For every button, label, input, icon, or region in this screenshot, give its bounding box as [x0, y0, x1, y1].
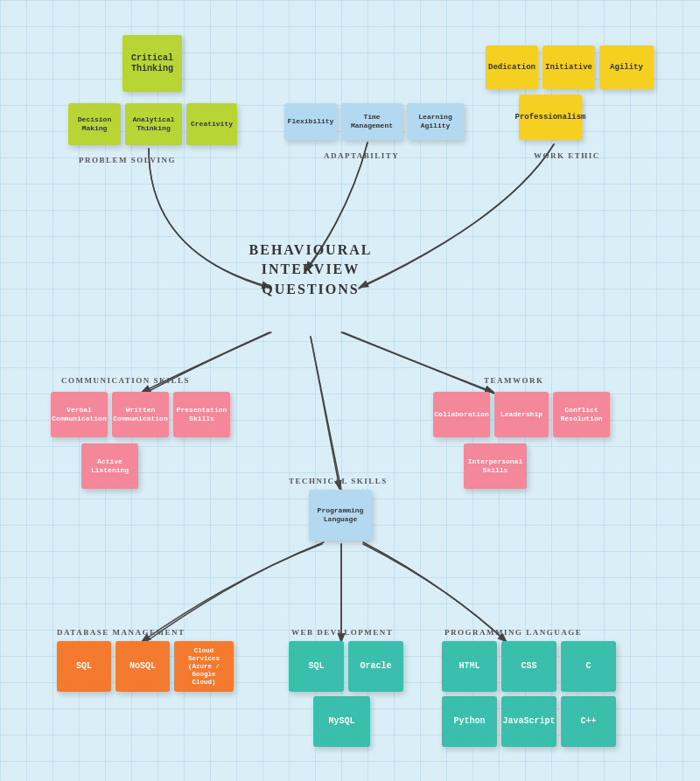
- creativity-card: Creativity: [186, 103, 237, 145]
- adaptability-label: Adaptability: [324, 151, 399, 160]
- written-comm-card: Written Communication: [112, 392, 169, 437]
- agility-card: Agility: [599, 45, 654, 89]
- sql-db-card: SQL: [57, 641, 111, 692]
- analytical-thinking-card: Analytical Thinking: [125, 103, 182, 145]
- cloud-services-card: Cloud Services (Azure / Google Cloud): [174, 641, 234, 692]
- conflict-resolution-card: Conflict Resolution: [553, 392, 610, 437]
- presentation-skills-card: Presentation Skills: [173, 392, 230, 437]
- professionalism-card: Professionalism: [519, 94, 582, 140]
- verbal-comm-card: Verbal Communication: [51, 392, 108, 437]
- c-card: C: [561, 641, 616, 692]
- work-ethic-label: Work Ethic: [534, 151, 600, 160]
- web-development-label: Web Development: [291, 628, 393, 637]
- communication-skills-label: Communication Skills: [61, 376, 190, 385]
- dedication-card: Dedication: [486, 45, 538, 89]
- center-title: BehaviouralInterviewQuestions: [232, 241, 389, 299]
- interpersonal-skills-card: Interpersonal Skills: [464, 443, 527, 489]
- cpp-card: C++: [561, 696, 616, 747]
- leadership-card: Leadership: [494, 392, 549, 437]
- learning-agility-card: Learning Agility: [407, 103, 464, 140]
- decision-making-card: Decision Making: [68, 103, 121, 145]
- programming-language-center-card: Programming Language: [309, 490, 372, 540]
- python-card: Python: [442, 696, 497, 747]
- programming-language-label: Programming Language: [444, 628, 582, 637]
- html-card: HTML: [442, 641, 497, 692]
- nosql-card: NoSQL: [116, 641, 170, 692]
- active-listening-card: Active Listening: [81, 443, 138, 489]
- database-management-label: Database Management: [57, 628, 185, 637]
- critical-thinking-card: Critical Thinking: [122, 35, 182, 92]
- time-management-card: Time Management: [341, 103, 402, 140]
- sql-web-card: SQL: [289, 641, 344, 692]
- mysql-card: MySQL: [313, 696, 370, 747]
- teamwork-label: Teamwork: [484, 376, 544, 385]
- css-card: CSS: [501, 641, 556, 692]
- flexibility-card: Flexibility: [284, 103, 337, 140]
- initiative-card: Initiative: [542, 45, 595, 89]
- javascript-card: JavaScript: [501, 696, 556, 747]
- oracle-card: Oracle: [348, 641, 403, 692]
- technical-skills-label: Technical Skills: [289, 477, 388, 485]
- problem-solving-label: Problem Solving: [79, 156, 176, 164]
- collaboration-card: Collaboration: [433, 392, 490, 437]
